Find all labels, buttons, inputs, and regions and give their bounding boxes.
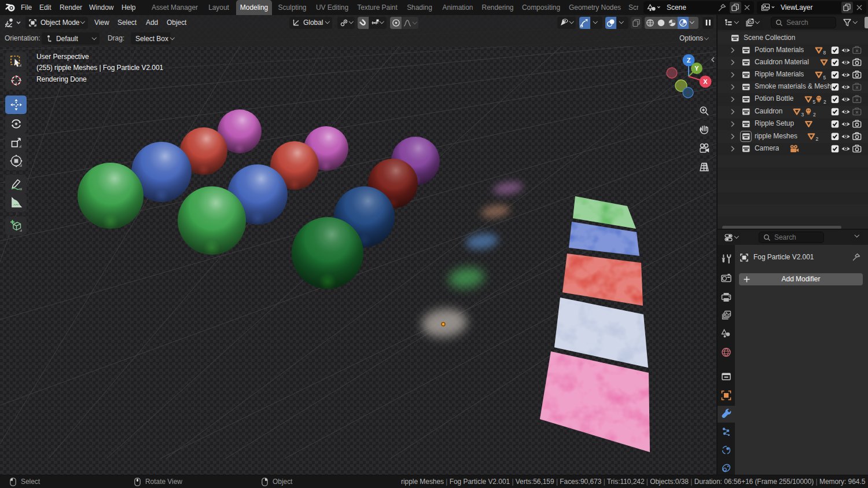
svg-text:Y: Y bbox=[694, 65, 699, 72]
svg-text:2: 2 bbox=[813, 112, 816, 118]
svg-text:Z: Z bbox=[687, 57, 691, 64]
svg-text:X: X bbox=[703, 78, 708, 85]
svg-text:2: 2 bbox=[816, 136, 819, 142]
svg-text:3: 3 bbox=[801, 112, 804, 118]
svg-text:5: 5 bbox=[823, 75, 826, 80]
svg-text:5: 5 bbox=[813, 99, 816, 105]
svg-text:8: 8 bbox=[823, 50, 826, 56]
svg-text:2: 2 bbox=[823, 99, 826, 105]
